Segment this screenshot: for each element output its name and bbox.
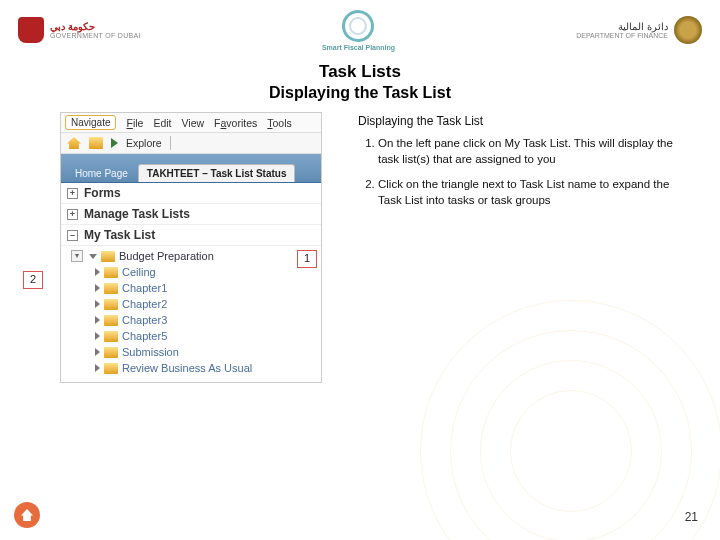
- tree-item-chapter5[interactable]: Chapter5: [71, 328, 317, 344]
- callout-1: 1: [297, 250, 317, 268]
- tree-root-label: Budget Preparation: [119, 250, 214, 262]
- dropdown-icon[interactable]: [71, 250, 83, 262]
- home-glyph-icon: [21, 509, 33, 521]
- tree-item-chapter3[interactable]: Chapter3: [71, 312, 317, 328]
- explore-label[interactable]: Explore: [126, 137, 162, 149]
- mytasklist-label: My Task List: [84, 228, 155, 242]
- app-menubar: Navigate File Edit View Favorites Tools: [61, 113, 321, 133]
- section-manage-task-lists[interactable]: Manage Task Lists: [61, 204, 321, 225]
- app-tabbar: Home Page TAKHTEET – Task List Status: [61, 154, 321, 183]
- folder-icon: [104, 315, 118, 326]
- app-screenshot: Navigate File Edit View Favorites Tools …: [60, 112, 322, 383]
- left-pane: Forms Manage Task Lists My Task List Bud…: [61, 183, 321, 382]
- instruction-step-2: Click on the triangle next to Task List …: [378, 177, 690, 208]
- triangle-right-icon[interactable]: [95, 284, 100, 292]
- collapse-icon[interactable]: [67, 230, 78, 241]
- menu-tools[interactable]: Tools: [267, 117, 292, 129]
- triangle-right-icon[interactable]: [95, 348, 100, 356]
- folder-icon: [104, 299, 118, 310]
- tree-item-chapter2[interactable]: Chapter2: [71, 296, 317, 312]
- folder-icon: [104, 363, 118, 374]
- section-my-task-list[interactable]: My Task List: [61, 225, 321, 246]
- triangle-right-icon[interactable]: [95, 364, 100, 372]
- folder-icon: [104, 267, 118, 278]
- page-number: 21: [685, 510, 698, 524]
- folder-icon: [101, 251, 115, 262]
- sfp-ring-icon: [340, 7, 377, 44]
- instruction-step-1: On the left pane click on My Task List. …: [378, 136, 690, 167]
- slide-subtitle: Displaying the Task List: [0, 84, 720, 102]
- callout-2: 2: [23, 271, 43, 289]
- triangle-right-icon[interactable]: [95, 268, 100, 276]
- dof-ar: دائرة المالية: [576, 21, 668, 32]
- sfp-label: Smart Fiscal Planning: [322, 44, 395, 51]
- open-folder-icon[interactable]: [89, 137, 103, 149]
- tree-item-chapter1[interactable]: Chapter1: [71, 280, 317, 296]
- dof-seal-icon: [674, 16, 702, 44]
- dubai-en: GOVERNMENT OF DUBAI: [50, 32, 141, 40]
- app-toolbar: Explore: [61, 133, 321, 154]
- tab-home[interactable]: Home Page: [67, 165, 136, 182]
- dof-en: DEPARTMENT OF FINANCE: [576, 32, 668, 40]
- folder-icon: [104, 331, 118, 342]
- home-icon[interactable]: [67, 137, 81, 149]
- task-tree: Budget Preparation Ceiling Chapter1 Chap…: [61, 246, 321, 382]
- navigate-button[interactable]: Navigate: [65, 115, 116, 130]
- logo-dof: دائرة المالية DEPARTMENT OF FINANCE: [576, 16, 702, 44]
- dubai-ar: حكومة دبي: [50, 21, 141, 32]
- tree-item-submission[interactable]: Submission: [71, 344, 317, 360]
- dubai-crest-icon: [18, 17, 44, 43]
- footer-home-button[interactable]: [14, 502, 40, 528]
- manage-label: Manage Task Lists: [84, 207, 190, 221]
- folder-icon: [104, 283, 118, 294]
- triangle-right-icon[interactable]: [95, 316, 100, 324]
- logo-sfp: Smart Fiscal Planning: [322, 10, 395, 51]
- triangle-right-icon[interactable]: [95, 332, 100, 340]
- triangle-right-icon[interactable]: [95, 300, 100, 308]
- tree-item-review-bau[interactable]: Review Business As Usual: [71, 360, 317, 376]
- section-forms[interactable]: Forms: [61, 183, 321, 204]
- folder-icon: [104, 347, 118, 358]
- header-logos: حكومة دبي GOVERNMENT OF DUBAI Smart Fisc…: [0, 0, 720, 58]
- tree-item-ceiling[interactable]: Ceiling: [71, 264, 317, 280]
- tab-tasklist-status[interactable]: TAKHTEET – Task List Status: [138, 164, 296, 182]
- logo-dubai-gov: حكومة دبي GOVERNMENT OF DUBAI: [18, 17, 141, 43]
- toolbar-separator: [170, 136, 171, 150]
- instructions-title: Displaying the Task List: [358, 114, 690, 128]
- instructions-panel: Displaying the Task List On the left pan…: [358, 112, 690, 218]
- explore-arrow-icon: [111, 138, 118, 148]
- expand-icon[interactable]: [67, 188, 78, 199]
- forms-label: Forms: [84, 186, 121, 200]
- menu-file[interactable]: File: [126, 117, 143, 129]
- triangle-down-icon[interactable]: [89, 254, 97, 259]
- menu-edit[interactable]: Edit: [153, 117, 171, 129]
- menu-view[interactable]: View: [182, 117, 205, 129]
- tree-root[interactable]: Budget Preparation: [71, 248, 317, 264]
- slide-title: Task Lists: [0, 62, 720, 82]
- instructions-list: On the left pane click on My Task List. …: [358, 136, 690, 208]
- menu-favorites[interactable]: Favorites: [214, 117, 257, 129]
- slide-content: Navigate File Edit View Favorites Tools …: [0, 112, 720, 383]
- expand-icon[interactable]: [67, 209, 78, 220]
